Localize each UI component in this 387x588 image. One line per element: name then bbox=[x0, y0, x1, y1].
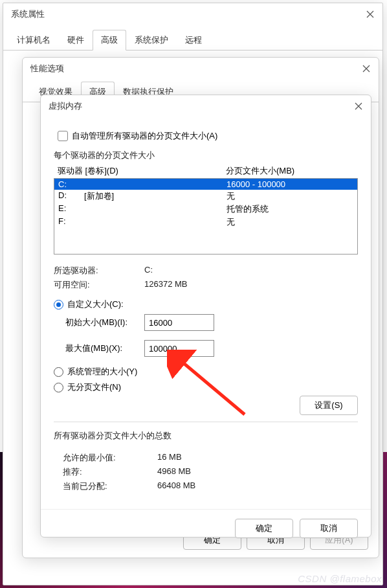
drive-size: 无 bbox=[227, 190, 353, 202]
max-size-label: 最大值(MB)(X): bbox=[65, 343, 144, 354]
cancel-button[interactable]: 取消 bbox=[300, 519, 358, 538]
sysprops-tabs: 计算机名 硬件 高级 系统保护 远程 bbox=[3, 29, 382, 51]
divider bbox=[54, 422, 358, 422]
window-title: 性能选项 bbox=[30, 63, 64, 74]
drive-label bbox=[84, 203, 227, 215]
titlebar: 虚拟内存 bbox=[41, 95, 371, 117]
tab-hardware[interactable]: 硬件 bbox=[59, 30, 93, 51]
window-title: 系统属性 bbox=[11, 8, 45, 20]
tab-remote[interactable]: 远程 bbox=[177, 30, 210, 51]
drive-size: 托管的系统 bbox=[227, 203, 353, 215]
drive-letter: D: bbox=[58, 190, 84, 202]
drive-label: [新加卷] bbox=[84, 190, 227, 202]
drive-size: 16000 - 100000 bbox=[227, 179, 353, 189]
system-managed-radio-row[interactable]: 系统管理的大小(Y) bbox=[54, 366, 358, 378]
selected-drive-label: 所选驱动器: bbox=[54, 265, 144, 277]
checkbox-icon[interactable] bbox=[58, 131, 68, 141]
header-drive: 驱动器 [卷标](D) bbox=[58, 165, 226, 177]
drive-size: 无 bbox=[227, 216, 353, 228]
radio-icon[interactable] bbox=[54, 383, 63, 392]
watermark: CSDN @flamebox bbox=[298, 573, 382, 584]
current-allocated-value: 66408 MB bbox=[157, 481, 358, 492]
selected-drive-value: C: bbox=[144, 265, 358, 277]
virtual-memory-window: 虚拟内存 自动管理所有驱动器的分页文件大小(A) 每个驱动器的分页文件大小 驱动… bbox=[40, 95, 371, 537]
initial-size-label: 初始大小(MB)(I): bbox=[65, 317, 144, 328]
close-icon[interactable] bbox=[362, 64, 371, 73]
custom-size-radio-row[interactable]: 自定义大小(C): bbox=[54, 299, 358, 310]
radio-icon[interactable] bbox=[54, 367, 63, 377]
no-paging-radio-row[interactable]: 无分页文件(N) bbox=[54, 381, 358, 393]
titlebar: 系统属性 bbox=[3, 3, 382, 25]
recommended-label: 推荐: bbox=[54, 466, 157, 478]
header-size: 分页文件大小(MB) bbox=[226, 165, 354, 177]
drive-row[interactable]: E:托管的系统 bbox=[54, 203, 357, 216]
ok-button[interactable]: 确定 bbox=[235, 519, 293, 538]
min-allowed-value: 16 MB bbox=[157, 452, 358, 464]
drive-letter: F: bbox=[58, 216, 84, 228]
system-managed-label: 系统管理的大小(Y) bbox=[67, 366, 137, 378]
set-button[interactable]: 设置(S) bbox=[300, 396, 358, 415]
drive-label bbox=[84, 216, 227, 228]
drive-row[interactable]: F:无 bbox=[54, 216, 357, 229]
free-space-value: 126372 MB bbox=[144, 279, 358, 291]
auto-manage-label: 自动管理所有驱动器的分页文件大小(A) bbox=[72, 130, 217, 142]
tab-computer-name[interactable]: 计算机名 bbox=[8, 30, 59, 51]
min-allowed-label: 允许的最小值: bbox=[54, 452, 157, 464]
current-allocated-label: 当前已分配: bbox=[54, 481, 157, 492]
titlebar: 性能选项 bbox=[23, 58, 379, 80]
totals-heading: 所有驱动器分页文件大小的总数 bbox=[54, 430, 358, 442]
window-title: 虚拟内存 bbox=[49, 100, 82, 112]
recommended-value: 4968 MB bbox=[157, 466, 358, 478]
radio-icon[interactable] bbox=[54, 300, 63, 310]
drive-list[interactable]: C:16000 - 100000D:[新加卷]无E:托管的系统F:无 bbox=[54, 178, 358, 254]
auto-manage-row[interactable]: 自动管理所有驱动器的分页文件大小(A) bbox=[58, 130, 358, 142]
initial-size-input[interactable] bbox=[144, 314, 214, 331]
drive-letter: C: bbox=[58, 179, 84, 189]
custom-size-label: 自定义大小(C): bbox=[67, 299, 124, 310]
free-space-label: 可用空间: bbox=[54, 279, 144, 291]
drive-letter: E: bbox=[58, 203, 84, 215]
drive-row[interactable]: C:16000 - 100000 bbox=[54, 179, 357, 190]
drive-row[interactable]: D:[新加卷]无 bbox=[54, 190, 357, 203]
tab-system-protection[interactable]: 系统保护 bbox=[126, 30, 177, 51]
tab-advanced[interactable]: 高级 bbox=[93, 30, 126, 51]
drive-list-headers: 驱动器 [卷标](D) 分页文件大小(MB) bbox=[54, 165, 358, 177]
drive-label bbox=[84, 179, 227, 189]
max-size-input[interactable] bbox=[144, 340, 214, 357]
close-icon[interactable] bbox=[354, 102, 363, 111]
close-icon[interactable] bbox=[366, 10, 375, 19]
per-drive-heading: 每个驱动器的分页文件大小 bbox=[54, 150, 358, 161]
vmem-footer: 确定 取消 bbox=[41, 509, 371, 538]
no-paging-label: 无分页文件(N) bbox=[67, 381, 121, 393]
